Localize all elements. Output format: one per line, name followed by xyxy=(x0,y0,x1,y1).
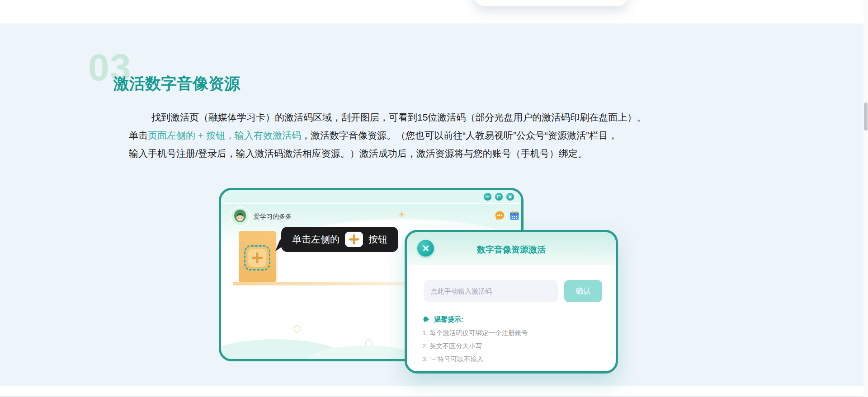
chat-glyph xyxy=(494,210,505,221)
plus-button-icon xyxy=(345,232,363,247)
activation-dialog: 数字音像资源激活 确认 温馨提示: 1. 每个激活码仅可绑定一个注册账号 2. … xyxy=(405,230,618,374)
bell-icon xyxy=(422,316,430,324)
dialog-title: 数字音像资源激活 xyxy=(407,244,616,256)
intro-paragraph: 找到激活页（融媒体学习卡）的激活码区域，刮开图层，可看到15位激活码（部分光盘用… xyxy=(129,108,735,163)
section-title: 激活数字音像资源 xyxy=(113,74,240,93)
intro-line-2-suffix: ，激活数字音像资源。（您也可以前往“人教易视听”公众号“资源激活”栏目， xyxy=(301,130,618,140)
minimize-glyph xyxy=(486,196,490,197)
username-label: 爱学习的多多 xyxy=(254,213,292,221)
calendar-glyph xyxy=(509,210,520,221)
tips-header: 温馨提示: xyxy=(422,315,463,324)
add-resource-highlight xyxy=(244,245,270,271)
intro-line-3: 输入手机号注册/登录后，输入激活码激活相应资源。）激活成功后，激活资源将与您的账… xyxy=(129,145,735,163)
add-resource-button[interactable] xyxy=(248,249,266,267)
activation-section: 03 激活数字音像资源 找到激活页（融媒体学习卡）的激活码区域，刮开图层，可看到… xyxy=(0,23,868,386)
tip-item: 3. “–”符号可以不输入 xyxy=(422,355,483,364)
minimize-icon[interactable] xyxy=(484,193,491,201)
scrollbar[interactable] xyxy=(863,0,868,397)
resource-book xyxy=(239,231,278,282)
maximize-glyph xyxy=(497,195,500,198)
tip-item: 2. 英文不区分大小写 xyxy=(422,342,482,350)
avatar[interactable] xyxy=(231,207,249,225)
tips-title: 温馨提示: xyxy=(434,315,463,324)
confirm-button[interactable]: 确认 xyxy=(564,280,602,302)
avatar-illustration xyxy=(231,207,249,225)
intro-line-1: 找到激活页（融媒体学习卡）的激活码区域，刮开图层，可看到15位激活码（部分光盘用… xyxy=(129,108,735,126)
intro-line-2-highlight: 页面左侧的 + 按钮，输入有效激活码 xyxy=(148,130,301,140)
scrollbar-thumb[interactable] xyxy=(864,103,868,131)
calendar-icon[interactable] xyxy=(509,210,520,223)
plus-icon xyxy=(353,234,355,244)
tip-item: 1. 每个激活码仅可绑定一个注册账号 xyxy=(422,329,528,337)
page: 03 激活数字音像资源 找到激活页（融媒体学习卡）的激活码区域，刮开图层，可看到… xyxy=(0,0,868,397)
app-titlebar xyxy=(221,190,521,203)
activation-code-input[interactable] xyxy=(424,280,558,302)
above-fold-card-shadow xyxy=(474,0,628,6)
bookshelf xyxy=(233,282,410,285)
decor-ring-orange xyxy=(293,325,301,333)
tooltip-click-plus: 单击左侧的 按钮 xyxy=(281,227,398,252)
close-icon[interactable] xyxy=(506,193,514,201)
tooltip-prefix: 单击左侧的 xyxy=(292,233,340,246)
chat-icon[interactable] xyxy=(494,210,505,223)
tooltip-suffix: 按钮 xyxy=(368,233,387,246)
intro-line-2: 单击页面左侧的 + 按钮，输入有效激活码，激活数字音像资源。（您也可以前往“人教… xyxy=(129,126,735,145)
intro-line-2-prefix: 单击 xyxy=(129,130,148,140)
plus-icon xyxy=(256,252,259,263)
maximize-icon[interactable] xyxy=(495,193,503,201)
